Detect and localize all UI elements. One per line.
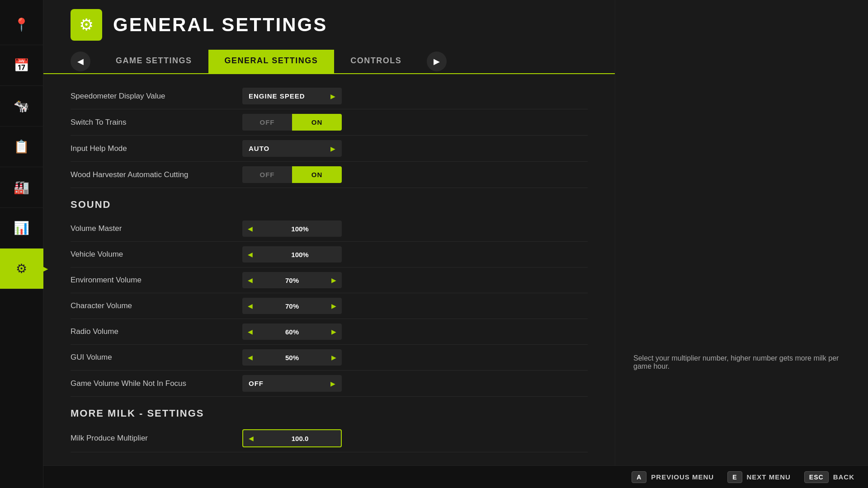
switch-trains-off[interactable]: OFF <box>242 114 292 131</box>
milk-multiplier-decrease[interactable]: ◀ <box>243 430 259 446</box>
sidebar-item-calendar[interactable]: 📅 <box>0 45 43 86</box>
radio-volume-row: Radio Volume ◀ 60% ▶ <box>71 319 588 345</box>
vehicle-volume-slider[interactable]: ◀ 100% <box>242 246 342 263</box>
milk-multiplier-label: Milk Produce Multiplier <box>71 434 242 443</box>
production-icon: 🏭 <box>14 180 29 195</box>
hint-text: Select your multiplier number, higher nu… <box>633 354 850 371</box>
settings-icon: ⚙ <box>16 261 27 276</box>
next-menu-action: E NEXT MENU <box>727 471 791 483</box>
input-help-dropdown[interactable]: AUTO ▶ <box>242 140 342 157</box>
right-panel: Select your multiplier number, higher nu… <box>615 0 868 488</box>
sidebar: 📍 📅 🐄 📋 🏭 📊 ⚙ <box>0 0 43 488</box>
more-milk-section-title: MORE MILK - SETTINGS <box>71 408 588 419</box>
character-volume-decrease[interactable]: ◀ <box>242 298 258 314</box>
milk-multiplier-slider[interactable]: ◀ 100.0 <box>242 429 342 447</box>
tab-controls[interactable]: CONTROLS <box>334 50 418 73</box>
game-volume-focus-row: Game Volume While Not In Focus OFF ▶ <box>71 371 588 397</box>
input-help-row: Input Help Mode AUTO ▶ <box>71 136 588 162</box>
gui-volume-row: GUI Volume ◀ 50% ▶ <box>71 345 588 371</box>
speedometer-value: ENGINE SPEED <box>249 92 305 100</box>
volume-master-row: Volume Master ◀ 100% <box>71 216 588 242</box>
sidebar-item-production[interactable]: 🏭 <box>0 167 43 208</box>
stats-icon: 📊 <box>14 221 29 235</box>
wood-harvester-label: Wood Harvester Automatic Cutting <box>71 170 242 179</box>
speedometer-arrow: ▶ <box>330 93 335 100</box>
speedometer-label: Speedometer Display Value <box>71 92 242 101</box>
tab-game-settings[interactable]: GAME SETTINGS <box>99 50 208 73</box>
calendar-icon: 📅 <box>14 58 29 73</box>
gui-volume-decrease[interactable]: ◀ <box>242 349 258 366</box>
character-volume-slider[interactable]: ◀ 70% ▶ <box>242 298 342 314</box>
milk-multiplier-row: Milk Produce Multiplier ◀ 100.0 <box>71 425 588 452</box>
input-help-label: Input Help Mode <box>71 144 242 153</box>
tabs-bar: ◀ GAME SETTINGS GENERAL SETTINGS CONTROL… <box>43 50 615 74</box>
environment-volume-decrease[interactable]: ◀ <box>242 272 258 288</box>
sidebar-item-animals[interactable]: 🐄 <box>0 86 43 127</box>
game-volume-focus-value: OFF <box>249 380 264 387</box>
gui-volume-value: 50% <box>258 354 326 361</box>
tab-general-settings[interactable]: GENERAL SETTINGS <box>208 50 335 73</box>
volume-master-value: 100% <box>258 225 342 233</box>
map-icon: 📍 <box>14 17 29 32</box>
vehicle-volume-row: Vehicle Volume ◀ 100% <box>71 242 588 267</box>
radio-volume-value: 60% <box>258 328 326 336</box>
previous-menu-key[interactable]: A <box>632 471 646 483</box>
environment-volume-increase[interactable]: ▶ <box>326 272 342 288</box>
volume-master-decrease[interactable]: ◀ <box>242 221 258 237</box>
speedometer-row: Speedometer Display Value ENGINE SPEED ▶ <box>71 83 588 109</box>
game-volume-focus-arrow: ▶ <box>330 380 335 387</box>
environment-volume-slider[interactable]: ◀ 70% ▶ <box>242 272 342 288</box>
sidebar-item-settings[interactable]: ⚙ <box>0 249 43 289</box>
main-area: ⚙ GENERAL SETTINGS ◀ GAME SETTINGS GENER… <box>43 0 615 488</box>
sound-section-title: SOUND <box>71 199 588 211</box>
next-menu-label: NEXT MENU <box>747 473 791 481</box>
character-volume-row: Character Volume ◀ 70% ▶ <box>71 293 588 319</box>
volume-master-slider[interactable]: ◀ 100% <box>242 221 342 237</box>
input-help-arrow: ▶ <box>330 145 335 152</box>
radio-volume-decrease[interactable]: ◀ <box>242 324 258 340</box>
wood-harvester-off[interactable]: OFF <box>242 166 292 183</box>
back-key[interactable]: ESC <box>804 471 829 483</box>
speedometer-dropdown[interactable]: ENGINE SPEED ▶ <box>242 88 342 104</box>
gui-volume-slider[interactable]: ◀ 50% ▶ <box>242 349 342 366</box>
switch-trains-on[interactable]: ON <box>292 114 342 131</box>
tab-prev-button[interactable]: ◀ <box>71 52 90 71</box>
wood-harvester-toggle[interactable]: OFF ON <box>242 166 342 183</box>
switch-trains-toggle[interactable]: OFF ON <box>242 114 342 131</box>
character-volume-label: Character Volume <box>71 301 242 310</box>
radio-volume-increase[interactable]: ▶ <box>326 324 342 340</box>
vehicle-volume-decrease[interactable]: ◀ <box>242 246 258 263</box>
header-icon: ⚙ <box>71 9 102 41</box>
gui-volume-increase[interactable]: ▶ <box>326 349 342 366</box>
environment-volume-value: 70% <box>258 277 326 284</box>
back-label: BACK <box>833 473 854 481</box>
environment-volume-row: Environment Volume ◀ 70% ▶ <box>71 267 588 293</box>
milk-multiplier-value: 100.0 <box>259 435 341 442</box>
header: ⚙ GENERAL SETTINGS <box>43 0 615 50</box>
gui-volume-label: GUI Volume <box>71 353 242 362</box>
sidebar-item-map[interactable]: 📍 <box>0 5 43 45</box>
radio-volume-label: Radio Volume <box>71 327 242 336</box>
contracts-icon: 📋 <box>14 139 29 154</box>
game-volume-focus-label: Game Volume While Not In Focus <box>71 379 242 388</box>
radio-volume-slider[interactable]: ◀ 60% ▶ <box>242 324 342 340</box>
gear-icon: ⚙ <box>79 15 94 34</box>
wood-harvester-row: Wood Harvester Automatic Cutting OFF ON <box>71 162 588 188</box>
sidebar-item-contracts[interactable]: 📋 <box>0 127 43 167</box>
game-volume-focus-dropdown[interactable]: OFF ▶ <box>242 375 342 392</box>
input-help-value: AUTO <box>249 145 269 152</box>
back-action: ESC BACK <box>804 471 854 483</box>
vehicle-volume-label: Vehicle Volume <box>71 250 242 259</box>
sidebar-item-stats[interactable]: 📊 <box>0 208 43 249</box>
tab-next-button[interactable]: ▶ <box>427 52 447 71</box>
volume-master-label: Volume Master <box>71 224 242 233</box>
page-title: GENERAL SETTINGS <box>113 14 327 36</box>
vehicle-volume-value: 100% <box>258 251 342 258</box>
character-volume-increase[interactable]: ▶ <box>326 298 342 314</box>
settings-content: Speedometer Display Value ENGINE SPEED ▶… <box>43 74 615 488</box>
switch-trains-label: Switch To Trains <box>71 118 242 127</box>
next-menu-key[interactable]: E <box>727 471 742 483</box>
wood-harvester-on[interactable]: ON <box>292 166 342 183</box>
character-volume-value: 70% <box>258 302 326 310</box>
switch-trains-row: Switch To Trains OFF ON <box>71 109 588 136</box>
